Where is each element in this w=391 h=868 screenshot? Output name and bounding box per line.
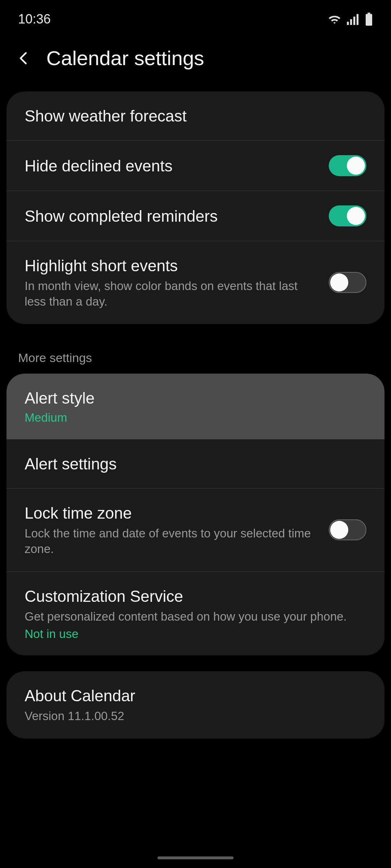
svg-rect-0	[347, 22, 349, 25]
svg-rect-3	[357, 14, 358, 25]
status-icons	[327, 13, 373, 26]
toggle-lock-timezone[interactable]	[329, 519, 366, 540]
svg-rect-5	[366, 14, 372, 26]
svg-rect-4	[367, 13, 370, 14]
row-title: Hide declined events	[25, 156, 318, 176]
row-about-calendar[interactable]: About Calendar Version 11.1.00.52	[7, 671, 384, 739]
row-subtitle: In month view, show color bands on event…	[25, 278, 318, 310]
toggle-show-completed[interactable]	[329, 205, 366, 226]
toggle-highlight-short[interactable]	[329, 272, 366, 293]
row-show-weather[interactable]: Show weather forecast	[7, 92, 384, 140]
battery-icon	[365, 13, 373, 26]
signal-icon	[347, 13, 360, 25]
row-highlight-short[interactable]: Highlight short events In month view, sh…	[7, 241, 384, 324]
svg-rect-2	[353, 17, 355, 25]
toggle-hide-declined[interactable]	[329, 155, 366, 176]
row-status: Not in use	[25, 627, 356, 641]
row-customization-service[interactable]: Customization Service Get personalized c…	[7, 571, 384, 656]
page-header: Calendar settings	[0, 32, 391, 92]
row-title: Show weather forecast	[25, 106, 356, 126]
row-title: Show completed reminders	[25, 206, 318, 226]
row-lock-timezone[interactable]: Lock time zone Lock the time and date of…	[7, 488, 384, 571]
row-subtitle: Lock the time and date of events to your…	[25, 526, 318, 557]
settings-group-general: Show weather forecast Hide declined even…	[7, 92, 384, 324]
nav-indicator	[157, 856, 234, 859]
settings-group-about: About Calendar Version 11.1.00.52	[7, 671, 384, 739]
row-alert-settings[interactable]: Alert settings	[7, 439, 384, 488]
row-hide-declined[interactable]: Hide declined events	[7, 140, 384, 191]
back-icon[interactable]	[16, 50, 32, 66]
row-subtitle: Version 11.1.00.52	[25, 709, 356, 724]
page-title: Calendar settings	[46, 46, 204, 70]
row-title: Customization Service	[25, 586, 356, 606]
settings-group-more: Alert style Medium Alert settings Lock t…	[7, 374, 384, 656]
row-status: Medium	[25, 411, 356, 425]
row-title: Alert settings	[25, 454, 356, 474]
status-bar: 10:36	[0, 0, 391, 32]
row-subtitle: Get personalized content based on how yo…	[25, 609, 356, 625]
row-show-completed[interactable]: Show completed reminders	[7, 191, 384, 241]
row-title: Highlight short events	[25, 256, 318, 276]
section-label-more: More settings	[7, 340, 384, 374]
row-title: About Calendar	[25, 686, 356, 706]
svg-rect-1	[350, 19, 352, 25]
row-alert-style[interactable]: Alert style Medium	[7, 374, 384, 439]
status-time: 10:36	[18, 12, 51, 27]
row-title: Lock time zone	[25, 503, 318, 523]
row-title: Alert style	[25, 388, 356, 408]
wifi-icon	[327, 13, 342, 25]
